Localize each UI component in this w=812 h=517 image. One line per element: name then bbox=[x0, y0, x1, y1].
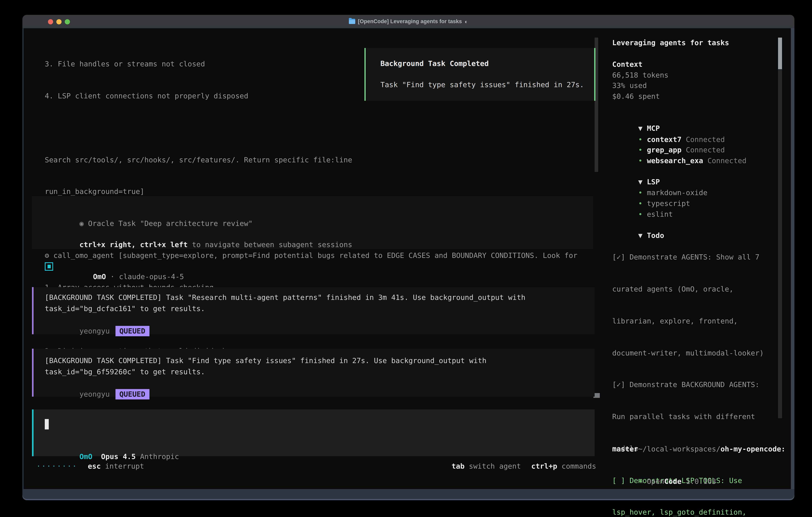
todo-line-active: lsp_hover, lsp_goto_definition, bbox=[612, 507, 776, 517]
version-line: • OpenCode 1.0.163 bbox=[612, 465, 716, 497]
status-badge: QUEUED bbox=[115, 389, 149, 400]
window-left-border bbox=[22, 28, 24, 489]
window-right-border bbox=[791, 28, 794, 489]
input-model-label[interactable]: Opus 4.5 bbox=[101, 452, 136, 460]
titlebar: [OpenCode] Leveraging agents for tasks ◐ bbox=[22, 15, 794, 28]
todo-line: [✓] Demonstrate BACKGROUND AGENTS: bbox=[612, 380, 776, 390]
agent-omo-icon bbox=[45, 262, 53, 271]
context-heading: Context bbox=[612, 59, 643, 70]
esc-key-hint: esc bbox=[88, 462, 101, 470]
message-line1: [BACKGROUND TASK COMPLETED] Task "Find t… bbox=[45, 355, 487, 366]
folder-icon bbox=[349, 19, 355, 24]
todo-line: document-writer, multimodal-looker) bbox=[612, 348, 776, 358]
sidebar-scrollbar-track[interactable] bbox=[778, 69, 782, 418]
todo-line: librarian, explore, frontend, bbox=[612, 316, 776, 326]
input-agent-label[interactable]: OmO bbox=[79, 452, 92, 460]
context-used: 33% used bbox=[612, 80, 647, 91]
message-card: [BACKGROUND TASK COMPLETED] Task "Resear… bbox=[32, 287, 594, 334]
workspace-repo: oh-my-opencode: bbox=[721, 444, 785, 453]
mcp-name: websearch_exa bbox=[647, 156, 703, 165]
lsp-name: eslint bbox=[647, 210, 673, 218]
workspace-path-prefix: ~/local-workspaces/ bbox=[638, 444, 721, 453]
transcript-line: run_in_background=true] bbox=[45, 187, 577, 197]
bullet-icon: • bbox=[638, 477, 647, 485]
tab-key-label: switch agent bbox=[465, 462, 521, 470]
half-moon-icon: ◐ bbox=[465, 18, 468, 25]
screen: [OpenCode] Leveraging agents for tasks ◐… bbox=[0, 0, 812, 517]
esc-key-label: interrupt bbox=[101, 462, 144, 470]
version-name-light: Open bbox=[647, 477, 664, 485]
app-window: [OpenCode] Leveraging agents for tasks ◐… bbox=[22, 15, 794, 500]
message-card: [BACKGROUND TASK COMPLETED] Task "Find t… bbox=[32, 349, 594, 397]
message-author: yeongyu bbox=[79, 390, 110, 398]
window-title: [OpenCode] Leveraging agents for tasks bbox=[358, 19, 462, 24]
tab-key-hint: tab bbox=[452, 462, 465, 470]
ctrlp-key-label: commands bbox=[557, 462, 596, 470]
toast-title: Background Task Completed bbox=[380, 58, 489, 69]
sidebar-session-title: Leveraging agents for tasks bbox=[612, 37, 729, 48]
message-author: yeongyu bbox=[79, 326, 110, 335]
agent-separator: · bbox=[106, 272, 119, 280]
version-name-bold: Code bbox=[664, 477, 682, 485]
text-cursor bbox=[45, 419, 49, 430]
transcript-line bbox=[45, 123, 577, 133]
status-badge: QUEUED bbox=[115, 326, 149, 336]
transcript-line: Search src/tools/, src/hooks/, src/featu… bbox=[45, 155, 577, 165]
bullet-icon: • bbox=[638, 210, 647, 218]
bullet-icon: • bbox=[638, 156, 647, 165]
todo-line: Run parallel tasks with different bbox=[612, 411, 776, 422]
todo-line: curated agents (OmO, oracle, bbox=[612, 284, 776, 295]
context-tokens: 66,518 tokens bbox=[612, 70, 669, 81]
oracle-task-label: Oracle Task "Deep architecture review" bbox=[88, 219, 253, 227]
keyboard-shortcut: ctrl+x right, ctrl+x left bbox=[79, 240, 187, 248]
message-line2: task_id="bg_dcfac161" to get results. bbox=[45, 303, 205, 314]
workspace-branch: master bbox=[612, 444, 638, 455]
prompt-input[interactable]: OmO Opus 4.5 Anthropic bbox=[32, 409, 594, 456]
oracle-task-box: ◉ Oracle Task "Deep architecture review"… bbox=[32, 196, 593, 249]
ctrlp-key-hint: ctrl+p bbox=[531, 462, 557, 470]
toast-body: Task "Find type safety issues" finished … bbox=[380, 80, 584, 90]
todo-line: [✓] Demonstrate AGENTS: Show all 7 bbox=[612, 252, 776, 263]
agent-model: claude-opus-4-5 bbox=[119, 272, 184, 280]
message-line2: task_id="bg_6f59260c" to get results. bbox=[45, 366, 205, 377]
background-task-toast[interactable]: Background Task Completed Task "Find typ… bbox=[365, 48, 596, 101]
status-bar: ········ esc interrupt tab switch agent … bbox=[36, 461, 596, 472]
context-spent: $0.46 spent bbox=[612, 91, 660, 102]
sidebar-scrollbar-thumb[interactable] bbox=[778, 37, 782, 69]
shortcut-description: to navigate between subagent sessions bbox=[187, 240, 352, 248]
version-number: 1.0.163 bbox=[682, 477, 716, 485]
spinner-dots-icon: ········ bbox=[36, 461, 77, 472]
subagent-radio-icon: ◉ bbox=[79, 219, 84, 227]
mcp-status: Connected bbox=[703, 156, 747, 165]
oracle-task-title bbox=[84, 219, 88, 227]
agent-name: OmO bbox=[93, 272, 106, 280]
window-title-row: [OpenCode] Leveraging agents for tasks ◐ bbox=[22, 15, 794, 28]
input-provider-label: Anthropic bbox=[140, 452, 179, 460]
message-line1: [BACKGROUND TASK COMPLETED] Task "Resear… bbox=[45, 292, 525, 303]
